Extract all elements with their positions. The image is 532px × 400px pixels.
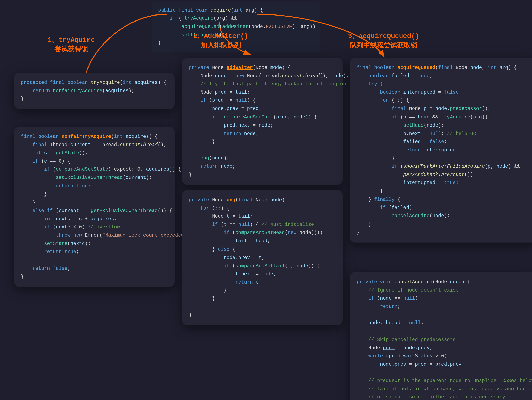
panel-try-acquire-header: protected final boolean tryAcquire(int a… — [14, 73, 175, 109]
annotation-3: 3、acquireQueued() 队列中线程尝试获取锁 — [331, 32, 436, 50]
annotation-2: 2、AddWaiter() 加入排队队列 — [193, 32, 248, 50]
panel-cancel-acquire: private void cancelAcquire(Node node) { … — [350, 272, 532, 400]
panel-enq: private Node enq(final Node node) { for … — [182, 190, 342, 326]
add-waiter-code: private Node addWaiter(Node mode) { Node… — [189, 64, 336, 179]
cancel-acquire-code: private void cancelAcquire(Node node) { … — [357, 278, 530, 400]
try-acquire-header-code: protected final boolean tryAcquire(int a… — [21, 79, 168, 103]
panel-nonfair-try-acquire: final boolean nonfairTryAcquire(int acqu… — [14, 127, 175, 287]
annotation-1: 1、tryAquire 尝试获得锁 — [48, 35, 95, 54]
panel-add-waiter: private Node addWaiter(Node mode) { Node… — [182, 58, 342, 185]
panel-acquire-queued: final boolean acquireQueued(final Node n… — [350, 58, 532, 243]
acquire-queued-code: final boolean acquireQueued(final Node n… — [357, 64, 530, 237]
enq-code: private Node enq(final Node node) { for … — [189, 196, 336, 320]
nonfair-try-acquire-code: final boolean nonfairTryAcquire(int acqu… — [21, 133, 168, 281]
